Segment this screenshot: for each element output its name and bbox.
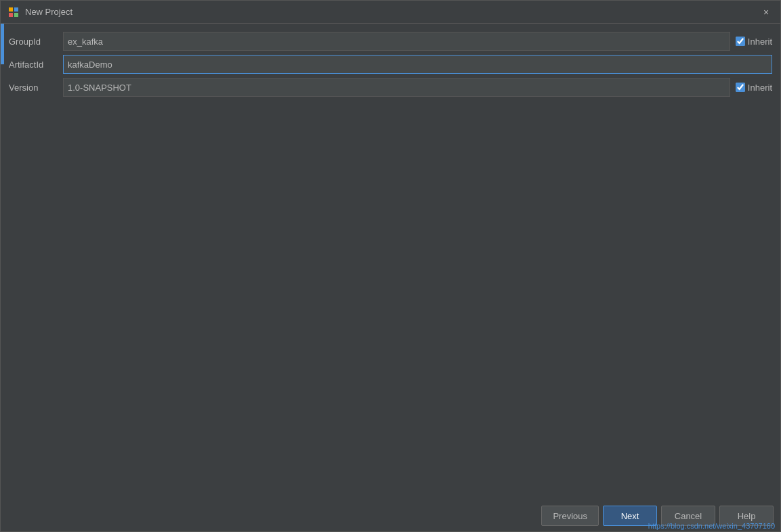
svg-rect-2 [9, 13, 13, 17]
title-text: New Project [25, 7, 72, 17]
new-project-icon [7, 6, 20, 18]
left-accent-strip [1, 24, 4, 64]
dialog-footer: Previous Next Cancel Help https://blog.c… [1, 500, 780, 531]
version-row: Version Inherit [9, 78, 772, 97]
artifactid-row: ArtifactId [9, 55, 772, 74]
version-inherit-label: Inherit [748, 83, 772, 93]
version-input-container: Inherit [63, 78, 772, 97]
svg-rect-1 [14, 7, 18, 12]
version-label: Version [9, 83, 63, 93]
groupid-input-container: Inherit [63, 32, 772, 51]
groupid-inherit-label: Inherit [748, 37, 772, 47]
footer-url: https://blog.csdn.net/weixin_43707160 [643, 520, 780, 531]
close-button[interactable]: × [759, 5, 774, 20]
version-inherit-checkbox[interactable] [736, 83, 745, 92]
groupid-input[interactable] [63, 32, 730, 51]
groupid-inherit-checkbox[interactable] [736, 37, 745, 46]
dialog-content: GroupId Inherit ArtifactId Version [1, 24, 780, 500]
title-bar: New Project × [1, 1, 780, 24]
artifactid-label: ArtifactId [9, 60, 63, 70]
version-inherit-container: Inherit [736, 83, 772, 93]
svg-rect-3 [14, 13, 18, 17]
form-area: GroupId Inherit ArtifactId Version [9, 32, 772, 101]
svg-rect-0 [9, 7, 13, 12]
artifactid-input[interactable] [63, 55, 772, 74]
title-bar-left: New Project [7, 6, 72, 18]
artifactid-input-container [63, 55, 772, 74]
previous-button[interactable]: Previous [541, 506, 599, 526]
version-input[interactable] [63, 78, 730, 97]
groupid-inherit-container: Inherit [736, 37, 772, 47]
groupid-label: GroupId [9, 37, 63, 47]
groupid-row: GroupId Inherit [9, 32, 772, 51]
new-project-dialog: New Project × GroupId Inherit ArtifactId [0, 0, 781, 532]
